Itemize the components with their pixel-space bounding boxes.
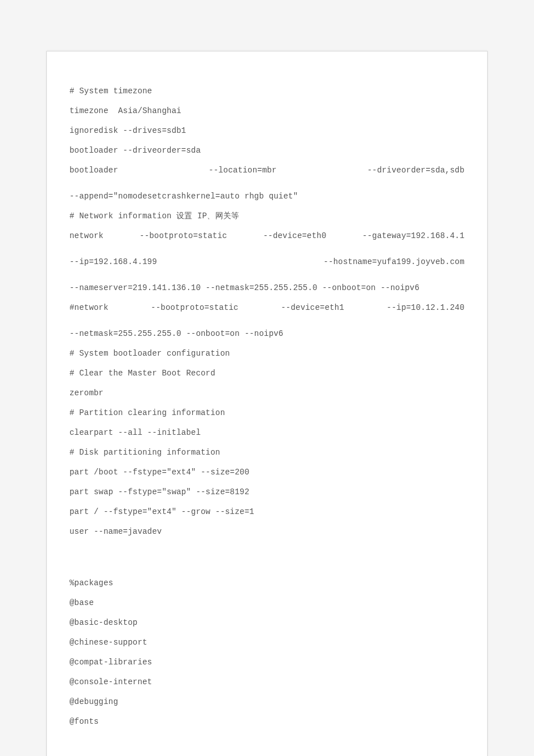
- code-line: --append="nomodesetcrashkernel=auto rhgb…: [70, 191, 464, 202]
- code-line: @basic-desktop: [70, 617, 464, 629]
- code-token: --driveorder=sda,sdb: [367, 166, 464, 175]
- code-line: part / --fstype="ext4" --grow --size=1: [70, 506, 464, 518]
- code-token: --gateway=192.168.4.1: [362, 231, 464, 240]
- code-line: --ip=192.168.4.199 --hostname=yufa199.jo…: [70, 256, 464, 280]
- code-token: bootloader: [70, 166, 118, 175]
- code-line: part swap --fstype="swap" --size=8192: [70, 486, 464, 498]
- code-token: #network: [70, 303, 108, 312]
- code-line: @chinese-support: [70, 637, 464, 649]
- code-line: part /boot --fstype="ext4" --size=200: [70, 466, 464, 478]
- code-token: --bootproto=static: [140, 231, 227, 240]
- code-line: @console-internet: [70, 676, 464, 688]
- code-line: bootloader --driveorder=sda: [70, 145, 464, 157]
- code-token: --ip=10.12.1.240: [387, 303, 464, 312]
- code-token: --location=mbr: [209, 166, 276, 175]
- code-line: @compat-libraries: [70, 656, 464, 668]
- code-line: %packages: [70, 577, 464, 589]
- code-line: bootloader --location=mbr --driveorder=s…: [70, 165, 464, 188]
- blank-line: [70, 546, 464, 554]
- code-line: #network --bootproto=static --device=eth…: [70, 302, 464, 326]
- code-line: # Network information 设置 IP、网关等: [70, 210, 464, 222]
- code-line: network --bootproto=static --device=eth0…: [70, 230, 464, 254]
- code-token: --hostname=yufa199.joyveb.com: [324, 257, 464, 266]
- code-line: --netmask=255.255.255.0 --onboot=on --no…: [70, 328, 464, 340]
- code-line: # System bootloader configuration: [70, 348, 464, 360]
- code-line: @debugging: [70, 696, 464, 708]
- code-line: user --name=javadev: [70, 526, 464, 538]
- code-line: timezone Asia/Shanghai: [70, 105, 464, 117]
- code-line: ignoredisk --drives=sdb1: [70, 125, 464, 137]
- code-token: --ip=192.168.4.199: [70, 257, 157, 266]
- document-page: # System timezonetimezone Asia/Shanghaii…: [46, 51, 488, 756]
- code-line: # Partition clearing information: [70, 407, 464, 419]
- code-token: network: [70, 231, 103, 240]
- blank-line: [70, 561, 464, 569]
- code-line: @fonts: [70, 716, 464, 728]
- code-line: # Clear the Master Boot Record: [70, 368, 464, 379]
- code-line: # System timezone: [70, 85, 464, 97]
- code-line: --nameserver=219.141.136.10 --netmask=25…: [70, 282, 464, 294]
- code-token: --device=eth0: [263, 231, 327, 240]
- code-line: @base: [70, 597, 464, 609]
- code-token: --device=eth1: [281, 303, 344, 312]
- code-line: # Disk partitioning information: [70, 447, 464, 459]
- code-line: zerombr: [70, 387, 464, 399]
- code-line: clearpart --all --initlabel: [70, 427, 464, 439]
- code-token: --bootproto=static: [151, 303, 238, 312]
